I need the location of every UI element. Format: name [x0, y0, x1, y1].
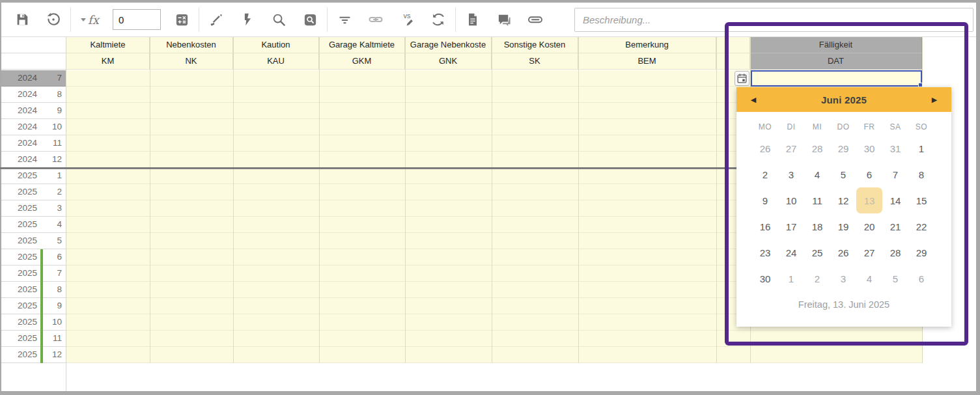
- calendar-day[interactable]: 7: [882, 161, 908, 187]
- row-header-year[interactable]: 2024: [0, 119, 43, 135]
- lightning-button[interactable]: [232, 6, 263, 33]
- calendar-day[interactable]: 4: [804, 161, 830, 187]
- calendar-day[interactable]: 16: [752, 213, 778, 239]
- calendar-day[interactable]: 4: [856, 266, 882, 292]
- calendar-day[interactable]: 17: [778, 213, 804, 239]
- row-header-month[interactable]: 9: [42, 103, 66, 119]
- column-header[interactable]: Sonstige Kosten: [492, 37, 578, 53]
- calendar-day[interactable]: 30: [856, 135, 882, 161]
- row-header-year[interactable]: 2025: [0, 282, 43, 298]
- calendar-day[interactable]: 25: [804, 239, 830, 266]
- row-header-year[interactable]: 2024: [0, 135, 43, 152]
- history-button[interactable]: [38, 6, 69, 33]
- prev-month-icon[interactable]: ◀: [747, 96, 760, 104]
- calendar-day[interactable]: 18: [804, 213, 830, 239]
- calendar-day[interactable]: 15: [908, 187, 934, 213]
- table-row[interactable]: [66, 331, 922, 347]
- calendar-day[interactable]: 21: [882, 213, 908, 239]
- calendar-day[interactable]: 10: [778, 187, 804, 213]
- row-header-month[interactable]: 12: [42, 347, 66, 363]
- calendar-day[interactable]: 9: [752, 187, 778, 213]
- calendar-day-selected[interactable]: 13: [856, 187, 882, 213]
- row-header-month[interactable]: 11: [42, 135, 66, 152]
- row-header-year[interactable]: 2025: [0, 266, 43, 282]
- row-header-month[interactable]: 4: [42, 217, 66, 233]
- calendar-day[interactable]: 2: [804, 266, 830, 292]
- document-button[interactable]: [457, 6, 488, 33]
- calendar-day[interactable]: 8: [908, 161, 934, 187]
- calendar-day[interactable]: 24: [778, 239, 804, 266]
- row-header-year[interactable]: 2024: [0, 152, 43, 168]
- fill-handle[interactable]: [918, 83, 923, 87]
- column-code[interactable]: GNK: [405, 53, 492, 70]
- calendar-day[interactable]: 20: [856, 213, 882, 239]
- row-header-month[interactable]: 7: [42, 266, 66, 282]
- column-header[interactable]: Kaution: [233, 37, 319, 53]
- column-code[interactable]: GKM: [319, 53, 405, 70]
- column-code[interactable]: BEM: [578, 53, 716, 70]
- row-header-month[interactable]: 7: [42, 70, 66, 87]
- row-header-year[interactable]: 2024: [0, 103, 43, 119]
- calendar-day[interactable]: 19: [830, 213, 856, 239]
- calendar-day[interactable]: 28: [804, 135, 830, 161]
- formula-dropdown[interactable]: fx: [72, 6, 107, 33]
- link-button[interactable]: [360, 6, 391, 33]
- calendar-day[interactable]: 26: [830, 239, 856, 266]
- calendar-toggle-button[interactable]: [735, 71, 749, 86]
- calendar-day[interactable]: 5: [882, 266, 908, 292]
- row-header-month[interactable]: 11: [42, 331, 66, 347]
- column-code[interactable]: KM: [66, 53, 150, 70]
- vs-edit-button[interactable]: vs: [391, 6, 423, 33]
- calendar-day[interactable]: 1: [908, 135, 934, 161]
- row-header-month[interactable]: 1: [42, 168, 66, 184]
- column-header[interactable]: Nebenkosten: [150, 37, 233, 53]
- calendar-day[interactable]: 6: [908, 266, 934, 292]
- calendar-day[interactable]: 14: [882, 187, 908, 213]
- calendar-day[interactable]: 12: [830, 187, 856, 213]
- column-code[interactable]: [716, 53, 750, 70]
- advanced-search-button[interactable]: [294, 6, 326, 33]
- formula-input[interactable]: [113, 9, 161, 30]
- row-header-year[interactable]: 2025: [0, 168, 43, 184]
- calendar-day[interactable]: 3: [778, 161, 804, 187]
- calendar-day[interactable]: 5: [830, 161, 856, 187]
- calendar-day[interactable]: 31: [882, 135, 908, 161]
- brush-button[interactable]: [201, 6, 232, 33]
- row-header-year[interactable]: 2025: [0, 347, 43, 363]
- column-code[interactable]: KAU: [233, 53, 319, 70]
- row-header-year[interactable]: 2025: [0, 233, 43, 249]
- column-code[interactable]: DAT: [750, 53, 922, 70]
- row-header-year[interactable]: 2025: [0, 249, 43, 266]
- calendar-day[interactable]: 23: [752, 239, 778, 266]
- row-header-month[interactable]: 2: [42, 184, 66, 200]
- row-header-month[interactable]: 10: [42, 119, 66, 135]
- row-header-year[interactable]: 2025: [0, 314, 43, 331]
- calendar-day[interactable]: 2: [752, 161, 778, 187]
- row-header-month[interactable]: 8: [42, 87, 66, 103]
- save-button[interactable]: [7, 6, 38, 33]
- attachment-button[interactable]: [520, 6, 551, 33]
- row-header-year[interactable]: 2025: [0, 184, 43, 200]
- calculator-button[interactable]: [166, 6, 197, 33]
- date-input[interactable]: [751, 70, 922, 87]
- column-code[interactable]: NK: [150, 53, 233, 70]
- calendar-day[interactable]: 29: [830, 135, 856, 161]
- calendar-day[interactable]: 26: [752, 135, 778, 161]
- calendar-day[interactable]: 27: [856, 239, 882, 266]
- column-header[interactable]: [716, 37, 750, 53]
- row-header-year[interactable]: 2025: [0, 298, 43, 314]
- table-row[interactable]: [66, 347, 922, 363]
- next-month-icon[interactable]: ▶: [928, 96, 941, 104]
- filter-button[interactable]: [329, 6, 360, 33]
- calendar-day[interactable]: 29: [908, 239, 934, 266]
- calendar-day[interactable]: 27: [778, 135, 804, 161]
- row-header-month[interactable]: 10: [42, 314, 66, 331]
- row-header-year[interactable]: 2025: [0, 217, 43, 233]
- row-header-month[interactable]: 5: [42, 233, 66, 249]
- row-header-month[interactable]: 6: [42, 249, 66, 266]
- row-header-month[interactable]: 12: [42, 152, 66, 168]
- comment-button[interactable]: [488, 6, 520, 33]
- calendar-day[interactable]: 22: [908, 213, 934, 239]
- search-button[interactable]: [263, 6, 294, 33]
- description-input[interactable]: [574, 8, 973, 32]
